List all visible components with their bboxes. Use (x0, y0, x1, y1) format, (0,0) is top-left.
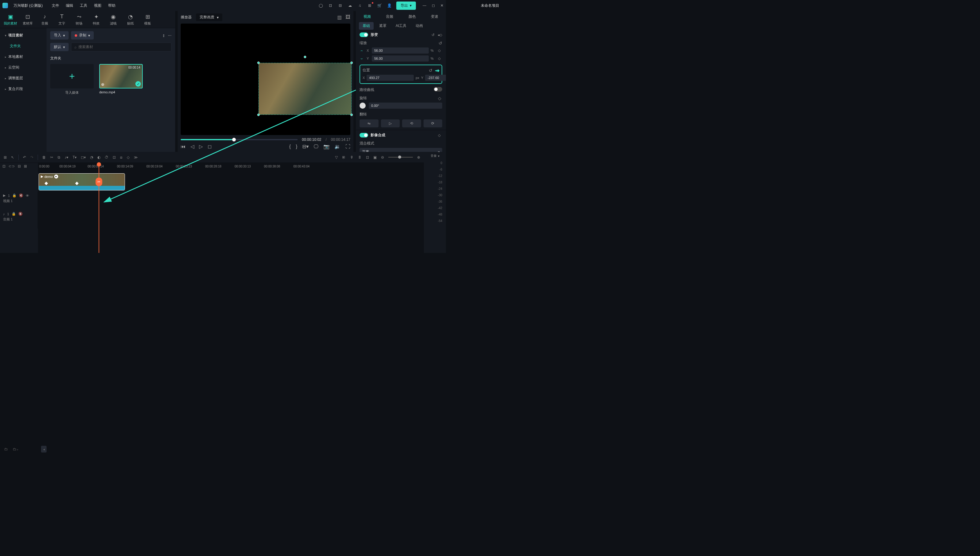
search-input[interactable]: ⌕搜索素材 (71, 42, 171, 52)
redo-button[interactable]: ↷ (30, 155, 33, 160)
group-tool-icon[interactable]: ⧈ (120, 155, 123, 160)
tab-speed[interactable]: 变速 (424, 11, 446, 22)
lock-scale-icon[interactable]: ⌣ (359, 57, 364, 61)
zoom-slider[interactable] (388, 157, 413, 158)
tab-audio[interactable]: ♪音频 (36, 11, 53, 28)
playhead[interactable]: ✂ (99, 163, 99, 253)
tab-my-media[interactable]: ▣我的素材 (2, 11, 19, 28)
zoom-out-icon[interactable]: ⊖ (381, 155, 384, 160)
tab-transition[interactable]: ⤳转场 (70, 11, 87, 28)
minimize-button[interactable]: — (423, 3, 426, 8)
lock-icon[interactable]: 🔒 (12, 194, 16, 197)
mixer-icon[interactable]: 🎚 (358, 155, 362, 160)
sidebar-local[interactable]: ▸本地素材 (0, 52, 47, 62)
transform-toggle[interactable] (359, 32, 368, 37)
zoom-in-icon[interactable]: ⊕ (417, 155, 420, 160)
split-button[interactable]: ✂ (95, 178, 102, 186)
prev-frame-button[interactable]: ⏮ (181, 144, 186, 149)
sidebar-project-media[interactable]: ▾项目素材 (0, 30, 47, 41)
tab-color[interactable]: 颜色 (401, 11, 424, 22)
undo-button[interactable]: ↶ (23, 155, 26, 160)
speed-tool-icon[interactable]: ◔ (90, 155, 93, 160)
playhead-handle[interactable] (97, 162, 101, 166)
tab-video[interactable]: 视频 (356, 11, 378, 22)
ratio-icon[interactable]: ⊟▾ (302, 144, 309, 149)
tab-stock[interactable]: ⊡素材库 (19, 11, 36, 28)
scale-y-input[interactable] (372, 55, 429, 61)
close-button[interactable]: ✕ (440, 3, 443, 8)
render-icon[interactable]: ▣ (373, 155, 377, 160)
lock-icon[interactable]: 🔒 (11, 212, 16, 216)
add-to-timeline-icon[interactable]: ⊕ (101, 82, 104, 87)
tab-filters[interactable]: ◉滤镜 (105, 11, 122, 28)
tl-icon3[interactable]: ⊟ (18, 164, 21, 168)
compare-icon[interactable]: ▥ (337, 15, 342, 20)
tab-templates[interactable]: ⊞模板 (139, 11, 156, 28)
playback-progress[interactable] (181, 139, 298, 140)
menu-file[interactable]: 文件 (52, 3, 59, 8)
video-track-head[interactable]: ▶1🔒🔇👁 视频 1 (0, 192, 38, 210)
menu-tools[interactable]: 工具 (80, 3, 87, 8)
tl-icon4[interactable]: ⊞ (24, 164, 27, 168)
sort-dropdown[interactable]: 默认▾ (50, 43, 69, 51)
keyframe-tool-icon[interactable]: ◇ (127, 155, 129, 160)
track-tool-icon[interactable]: ⊡ (113, 155, 116, 160)
reset-scale-icon[interactable]: ↺ (438, 41, 442, 45)
timer-tool-icon[interactable]: ⏱ (105, 155, 108, 160)
mute-icon[interactable]: 🔇 (19, 194, 23, 197)
sidebar-folder[interactable]: 文件夹 (0, 41, 47, 52)
play-button[interactable]: ▷ (199, 144, 203, 149)
subtab-anim[interactable]: 动画 (412, 22, 427, 30)
subtab-mask[interactable]: 遮罩 (375, 22, 390, 30)
text-tool-icon[interactable]: T▾ (73, 155, 76, 160)
quality-dropdown[interactable]: 完整画质▾ (196, 13, 222, 21)
crop-button[interactable]: ⧉ (58, 155, 60, 160)
cart-icon[interactable]: 🛒 (377, 3, 382, 8)
mic-icon[interactable]: 🎙 (350, 155, 354, 160)
track-area[interactable]: 0:00:00 00:00:04:19 00:00:09:14 00:00:14… (38, 163, 424, 253)
marker-icon[interactable]: ▽ (335, 155, 338, 160)
audio-button[interactable]: ♪▾ (65, 155, 68, 160)
save-icon[interactable]: ⊟ (338, 3, 343, 8)
bracket-in-icon[interactable]: { (289, 144, 291, 149)
tl-icon1[interactable]: ⊡ (2, 164, 5, 168)
keyframe-2[interactable] (75, 181, 78, 185)
reset-position-icon[interactable]: ↺ (429, 68, 432, 73)
menu-help[interactable]: 帮助 (108, 3, 115, 8)
timeline-clip[interactable]: ▶demo✦ (39, 173, 125, 191)
keyframe-1[interactable] (44, 181, 48, 185)
import-button[interactable]: 导入▾ (50, 31, 69, 39)
headphones-icon[interactable]: ♫ (357, 3, 362, 8)
volume-icon[interactable]: 🔉 (335, 144, 341, 149)
flip-v-button[interactable]: ▷ (381, 120, 400, 128)
pip-icon[interactable]: ⊡ (366, 155, 369, 160)
keyframe-scale-y-icon[interactable]: ◇ (438, 57, 442, 61)
keyframe-composite-icon[interactable]: ◇ (438, 133, 442, 137)
user-icon[interactable]: 👤 (387, 3, 392, 8)
record-icon[interactable]: ◯ (318, 3, 323, 8)
composite-toggle[interactable] (359, 133, 368, 137)
transform-box[interactable] (259, 63, 352, 115)
reset-transform-icon[interactable]: ↺ (432, 33, 435, 37)
more-tools-icon[interactable]: ≫ (134, 155, 138, 160)
cut-button[interactable]: ✂ (50, 155, 53, 160)
handle-tl[interactable] (257, 61, 260, 64)
handle-br[interactable] (350, 113, 353, 116)
rotation-input[interactable] (369, 103, 442, 109)
monitor-icon[interactable]: 🖵 (314, 144, 319, 149)
export-button[interactable]: 导出▾ (396, 2, 416, 10)
rotate-cw-button[interactable]: ⟳ (424, 120, 443, 128)
media-clip-card[interactable]: 00:00:14 ⊕ ✓ demo.mp4 (99, 64, 143, 95)
tab-text[interactable]: T文字 (53, 11, 70, 28)
rotate-ccw-button[interactable]: ⟲ (402, 120, 421, 128)
position-x-input[interactable] (367, 75, 414, 81)
pointer-tool-icon[interactable]: ↖ (11, 155, 14, 160)
mute-icon[interactable]: 🔇 (18, 212, 23, 216)
time-ruler[interactable]: 0:00:00 00:00:04:19 00:00:09:14 00:00:14… (38, 163, 424, 170)
sidebar-adjust-layer[interactable]: ▸调整图层 (0, 73, 47, 84)
maximize-button[interactable]: ◻ (432, 3, 435, 8)
handle-tr[interactable] (350, 61, 353, 64)
link-scale-icon[interactable]: ⌢ (359, 48, 364, 53)
keyframe-rotation-icon[interactable]: ◇ (438, 96, 442, 101)
rotation-knob[interactable] (359, 103, 365, 109)
